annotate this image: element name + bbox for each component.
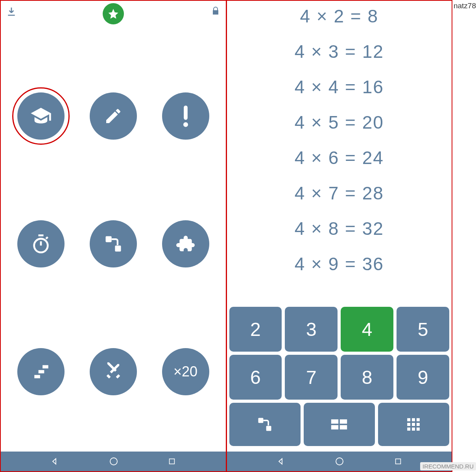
key-4[interactable]: 4	[341, 307, 393, 352]
mode-flow[interactable]	[229, 403, 301, 446]
svg-rect-22	[408, 428, 411, 431]
key-2[interactable]: 2	[229, 307, 282, 352]
key-9[interactable]: 9	[397, 355, 449, 400]
svg-rect-18	[417, 418, 420, 421]
svg-rect-6	[39, 370, 44, 373]
svg-rect-26	[395, 459, 400, 464]
svg-rect-9	[170, 459, 175, 464]
svg-rect-10	[258, 418, 264, 423]
svg-rect-24	[417, 428, 420, 431]
menu-edit[interactable]	[90, 92, 137, 140]
equation: 4 × 6 = 24	[295, 147, 384, 168]
svg-rect-12	[331, 419, 338, 424]
svg-point-1	[183, 122, 188, 127]
nav-back-icon[interactable]	[276, 457, 286, 466]
mode-grid12[interactable]	[378, 403, 449, 446]
nav-recent-icon[interactable]	[168, 457, 176, 466]
menu-learn[interactable]	[17, 92, 65, 140]
menu-screen: ×20	[1, 1, 227, 471]
svg-point-2	[34, 239, 48, 253]
key-8[interactable]: 8	[341, 355, 393, 400]
svg-rect-16	[408, 418, 411, 421]
menu-x20[interactable]: ×20	[162, 348, 209, 395]
svg-rect-20	[412, 423, 415, 426]
svg-rect-7	[34, 375, 40, 378]
grid12-icon	[406, 417, 421, 432]
key-5[interactable]: 5	[397, 307, 449, 352]
table-screen: 4 × 2 = 8 4 × 3 = 12 4 × 4 = 16 4 × 5 = …	[227, 1, 452, 471]
svg-rect-17	[412, 418, 415, 421]
svg-rect-11	[266, 426, 271, 431]
menu-path[interactable]	[90, 220, 137, 267]
stopwatch-icon	[31, 234, 51, 254]
svg-rect-3	[105, 236, 111, 242]
swords-icon	[103, 361, 124, 382]
svg-point-25	[336, 458, 343, 465]
menu-timer[interactable]	[17, 220, 65, 267]
nav-back-icon[interactable]	[50, 457, 59, 466]
menu-test[interactable]	[162, 92, 209, 140]
key-6[interactable]: 6	[229, 355, 282, 400]
keypad: 2 3 4 5 6 7 8 9	[227, 304, 452, 452]
svg-point-8	[110, 458, 117, 465]
graduation-cap-icon	[30, 105, 52, 127]
svg-rect-4	[115, 245, 121, 251]
puzzle-icon	[176, 234, 196, 254]
star-badge[interactable]	[103, 3, 124, 24]
equation: 4 × 5 = 20	[295, 112, 384, 133]
credit-text: natz78	[454, 2, 476, 10]
stairs-icon	[31, 362, 51, 382]
mode-grid4[interactable]	[304, 403, 375, 446]
svg-rect-5	[42, 365, 48, 369]
lock-icon[interactable]	[211, 6, 220, 16]
equation: 4 × 4 = 16	[295, 76, 384, 98]
equation: 4 × 7 = 28	[295, 183, 384, 204]
equation: 4 × 3 = 12	[295, 41, 384, 62]
key-7[interactable]: 7	[285, 355, 338, 400]
key-3[interactable]: 3	[285, 307, 338, 352]
svg-rect-23	[412, 428, 415, 431]
equation: 4 × 9 = 36	[295, 253, 384, 275]
nav-recent-icon[interactable]	[394, 457, 402, 466]
watermark: IRECOMMEND.RU	[420, 462, 476, 470]
menu-grid: ×20	[1, 24, 226, 452]
menu-puzzle[interactable]	[162, 220, 209, 267]
exclamation-icon	[182, 105, 190, 127]
nav-home-icon[interactable]	[335, 457, 344, 466]
menu-battle[interactable]	[90, 348, 137, 395]
svg-rect-21	[417, 423, 420, 426]
x20-label: ×20	[173, 363, 197, 380]
nav-bar-right	[227, 452, 452, 471]
flow-icon	[256, 416, 273, 433]
menu-steps[interactable]	[17, 348, 65, 395]
svg-rect-19	[408, 423, 411, 426]
pencil-icon	[104, 107, 123, 125]
svg-rect-13	[340, 419, 347, 424]
svg-rect-14	[331, 425, 338, 430]
nav-home-icon[interactable]	[109, 457, 118, 466]
svg-rect-0	[184, 105, 188, 120]
top-bar	[1, 1, 226, 24]
svg-rect-15	[340, 425, 347, 430]
nav-bar-left	[1, 452, 226, 471]
grid4-icon	[330, 419, 348, 430]
equation-list: 4 × 2 = 8 4 × 3 = 12 4 × 4 = 16 4 × 5 = …	[227, 1, 452, 304]
download-icon[interactable]	[6, 6, 17, 17]
equation: 4 × 2 = 8	[300, 6, 378, 27]
flow-icon	[103, 234, 124, 254]
equation: 4 × 8 = 32	[295, 218, 384, 239]
